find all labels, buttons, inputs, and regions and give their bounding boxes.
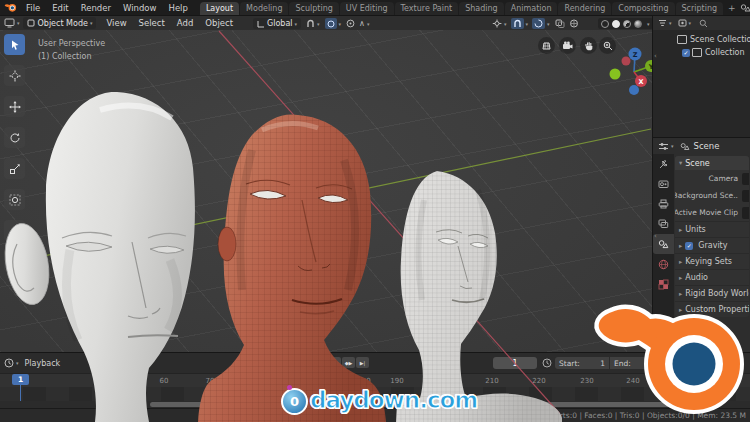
select-box-tool[interactable] [4,34,25,55]
viewport-3d[interactable]: User Perspective (1) Collection [0,30,652,352]
gizmo-y-negative[interactable] [610,69,621,80]
play-reverse-button[interactable]: ◀ [314,357,327,368]
xray-toggle[interactable] [569,19,579,28]
tab-scripting[interactable]: Scripting [676,2,724,15]
blender-logo-icon[interactable] [4,2,17,13]
tab-uv-editing[interactable]: UV Editing [340,2,394,15]
subpanel-units[interactable]: ▸Units [675,221,749,237]
snap-magnet-toggle[interactable] [511,18,524,29]
chevron-down-icon[interactable]: ▾ [317,21,320,27]
tab-tool-properties[interactable] [653,154,674,174]
annotate-tool[interactable] [4,220,25,241]
rotate-tool[interactable] [4,127,25,148]
field-input[interactable] [742,207,749,219]
toggle-camera-button[interactable] [559,37,576,54]
tab-animation[interactable]: Animation [505,2,558,15]
jump-start-button[interactable]: |◀ [286,357,299,368]
pan-view-button[interactable] [580,37,597,54]
tab-texture-paint[interactable]: Texture Paint [395,2,459,15]
camera-view-button[interactable] [538,37,555,54]
field-input[interactable] [742,173,749,185]
scene-panel-header[interactable]: ▾ Scene [675,156,749,170]
gizmo-x-negative[interactable] [622,57,631,66]
scene-icon[interactable] [740,3,750,13]
tab-output-properties[interactable] [653,194,674,214]
tab-shading[interactable]: Shading [459,2,504,15]
outliner-filter-dropdown[interactable] [658,19,667,27]
chevron-down-icon[interactable]: ▾ [669,20,672,26]
jump-end-button[interactable]: ▶| [356,357,369,368]
tab-compositing[interactable]: Compositing [612,2,674,15]
proportional-falloff-toggle[interactable] [532,18,545,29]
tab-sculpting[interactable]: Sculpting [289,2,338,15]
viewport-menu-object[interactable]: Object [199,18,239,28]
transform-tool[interactable] [4,189,25,210]
play-button[interactable]: ▶ [328,357,341,368]
field-input[interactable] [742,190,749,202]
move-tool[interactable] [4,96,25,117]
outliner-display-dropdown[interactable] [678,19,687,27]
tab-rendering[interactable]: Rendering [558,2,611,15]
chevron-down-icon[interactable]: ▾ [547,21,550,27]
tab-view-layer-properties[interactable] [653,214,674,234]
chevron-down-icon[interactable]: ▾ [671,143,674,149]
gravity-checkbox[interactable]: ✓ [685,242,693,250]
menu-edit[interactable]: Edit [46,3,74,13]
menu-window[interactable]: Window [117,3,163,13]
menu-help[interactable]: Help [162,3,193,13]
subpanel-gravity[interactable]: ▸✓Gravity [675,237,749,253]
chevron-down-icon[interactable]: ▾ [504,21,507,27]
editor-type-dropdown[interactable]: ▾ [4,18,20,28]
scale-tool[interactable] [4,158,25,179]
playback-menu[interactable]: Playback [25,359,61,368]
frame-end-field[interactable]: End: 250 [610,357,664,369]
tab-layout[interactable]: Layout [200,2,239,15]
snap-toggle[interactable] [306,19,315,28]
measure-tool[interactable] [4,251,25,272]
outliner-row-scene-collection[interactable]: Scene Collection [653,33,750,46]
show-gizmos-toggle[interactable] [492,19,502,28]
viewport-menu-add[interactable]: Add [171,18,199,28]
cursor-tool[interactable] [4,65,25,86]
rendered-shading-button[interactable] [634,20,642,28]
current-frame-field[interactable]: 1 [493,357,537,369]
collection-checkbox[interactable]: ✓ [682,49,690,57]
solid-shading-button[interactable] [612,20,620,28]
subpanel-rigid-body-world[interactable]: ▸Rigid Body World [675,285,749,301]
wireframe-shading-button[interactable] [601,20,609,28]
properties-editor-icon[interactable] [658,142,669,151]
collapse-region-icon[interactable]: ‹ [654,52,657,60]
frame-start-field[interactable]: Start: 1 [555,357,609,369]
playhead[interactable]: 1 [12,374,29,385]
menu-file[interactable]: File [20,3,46,13]
auto-keying-clock-icon[interactable] [542,358,552,368]
add-workspace-button[interactable]: + [724,3,740,13]
mode-dropdown[interactable]: Object Mode ▾ [23,17,97,29]
subpanel-custom-properties[interactable]: ▸Custom Properties [675,301,749,317]
material-preview-button[interactable] [623,20,631,28]
timeline-ruler[interactable]: 6070140190200210220230240250 [0,373,750,387]
chevron-down-icon[interactable]: ▾ [367,21,370,27]
subpanel-audio[interactable]: ▸Audio [675,269,749,285]
subpanel-keying-sets[interactable]: ▸Keying Sets [675,253,749,269]
outliner-row-collection[interactable]: ✓ Collection [653,46,750,59]
tab-render-properties[interactable] [653,174,674,194]
chevron-down-icon[interactable]: ▾ [16,360,19,366]
tab-texture-properties[interactable] [653,274,674,294]
viewport-menu-select[interactable]: Select [133,18,171,28]
next-keyframe-button[interactable]: ◆▶ [342,357,355,368]
clock-icon[interactable] [4,358,14,368]
menu-render[interactable]: Render [75,3,117,13]
tab-modeling[interactable]: Modeling [240,2,288,15]
orientation-dropdown[interactable]: Global ▾ [253,18,301,29]
tab-world-properties[interactable] [653,254,674,274]
show-overlays-toggle[interactable] [555,19,565,28]
viewport-menu-view[interactable]: View [100,18,132,28]
chevron-down-icon[interactable]: ▾ [526,21,529,27]
proportional-editing-toggle[interactable] [325,18,337,29]
chevron-down-icon[interactable]: ▾ [647,21,650,27]
proportional-center-toggle[interactable] [346,19,355,28]
navigation-gizmo[interactable]: Z Y X [598,40,652,98]
falloff-curve-icon[interactable]: ∧ [359,19,365,28]
prev-keyframe-button[interactable]: ◀◆ [300,357,313,368]
